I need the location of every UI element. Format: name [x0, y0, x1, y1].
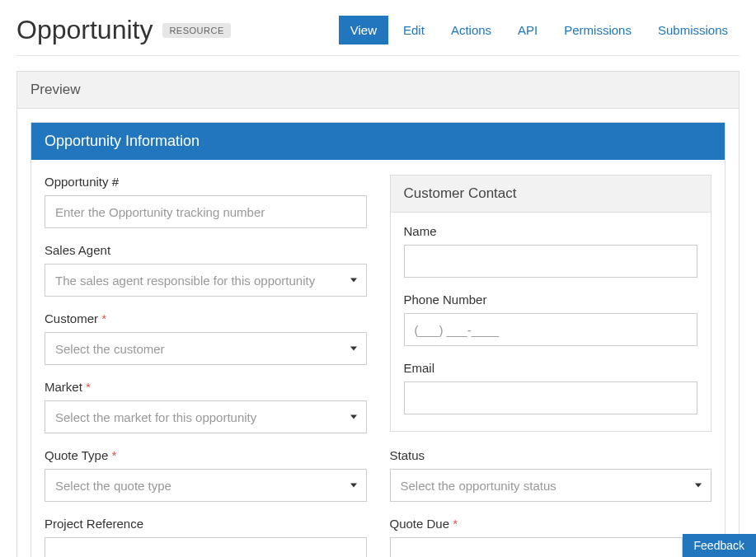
- tab-view[interactable]: View: [339, 16, 388, 44]
- contact-email-input[interactable]: [404, 381, 698, 414]
- contact-phone-input[interactable]: [404, 313, 698, 346]
- feedback-tab[interactable]: Feedback: [683, 534, 756, 557]
- opportunity-num-input[interactable]: [45, 195, 367, 228]
- quote-type-label: Quote Type *: [45, 448, 367, 462]
- customer-placeholder: Select the customer: [45, 332, 367, 365]
- market-label: Market *: [45, 380, 367, 394]
- customer-select[interactable]: Select the customer: [45, 332, 367, 365]
- tab-permissions[interactable]: Permissions: [552, 16, 643, 44]
- sales-agent-placeholder: The sales agent responsible for this opp…: [45, 264, 367, 297]
- sales-agent-select[interactable]: The sales agent responsible for this opp…: [45, 264, 367, 297]
- market-placeholder: Select the market for this opportunity: [45, 400, 367, 433]
- resource-badge: RESOURCE: [162, 23, 230, 38]
- project-ref-label: Project Reference: [45, 517, 367, 531]
- customer-contact-panel: Customer Contact Name Phone Number: [390, 175, 712, 432]
- preview-header: Preview: [17, 72, 739, 109]
- tab-edit[interactable]: Edit: [392, 16, 436, 44]
- nav-tabs: View Edit Actions API Permissions Submis…: [339, 16, 740, 44]
- market-select[interactable]: Select the market for this opportunity: [45, 400, 367, 433]
- preview-panel: Preview Opportunity Information Opportun…: [16, 71, 740, 557]
- quote-type-placeholder: Select the quote type: [45, 469, 367, 502]
- section-title: Opportunity Information: [31, 123, 725, 160]
- opportunity-num-label: Opportunity #: [45, 175, 367, 189]
- quote-type-select[interactable]: Select the quote type: [45, 469, 367, 502]
- tab-api[interactable]: API: [506, 16, 549, 44]
- tab-submissions[interactable]: Submissions: [646, 16, 740, 44]
- status-label: Status: [390, 448, 712, 462]
- quote-due-label: Quote Due *: [390, 517, 712, 531]
- customer-label: Customer *: [45, 311, 367, 325]
- page-title: Opportunity: [16, 15, 153, 45]
- tab-actions[interactable]: Actions: [439, 16, 503, 44]
- customer-contact-title: Customer Contact: [391, 176, 711, 213]
- quote-due-input[interactable]: [390, 537, 682, 557]
- contact-phone-label: Phone Number: [404, 293, 698, 307]
- contact-email-label: Email: [404, 361, 698, 375]
- status-select[interactable]: Select the opportunity status: [390, 469, 712, 502]
- status-placeholder: Select the opportunity status: [390, 469, 712, 502]
- project-ref-input[interactable]: [45, 537, 367, 557]
- contact-name-input[interactable]: [404, 245, 698, 278]
- contact-name-label: Name: [404, 224, 698, 238]
- sales-agent-label: Sales Agent: [45, 243, 367, 257]
